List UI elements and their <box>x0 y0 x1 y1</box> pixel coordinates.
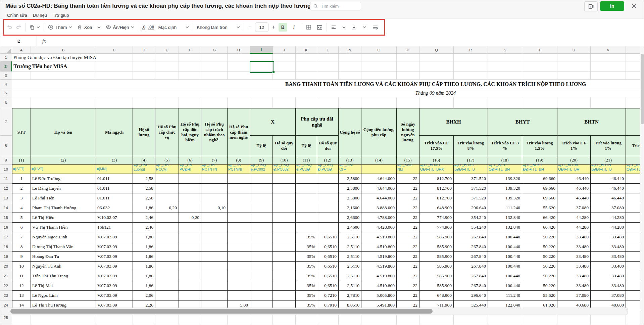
cell-A16[interactable]: 6 <box>12 223 31 232</box>
column-number-cell[interactable]: (9) <box>250 156 273 165</box>
cell-T17[interactable]: 50.220 <box>522 232 557 242</box>
cell-F23[interactable] <box>179 291 201 300</box>
header-cell[interactable]: Hệ số Phụ cấp độc hại, nguy hiểm <box>179 108 201 156</box>
cell-C21[interactable]: V.07.03.09 <box>96 271 133 281</box>
cell-N16[interactable]: 2,4600 <box>339 223 361 232</box>
cell-B19[interactable]: Hoàng Đan Tú <box>31 252 96 262</box>
row-header-12[interactable]: 12 <box>0 184 12 193</box>
increase-decimal-button[interactable]: .00 <box>148 25 154 30</box>
cell-K19[interactable]: 35% <box>296 252 317 262</box>
cell[interactable] <box>397 72 419 80</box>
cell-R23[interactable]: 296.640 <box>454 291 488 300</box>
cell-O11[interactable]: 4.644.000 <box>361 174 397 184</box>
cell-K14[interactable] <box>296 203 317 213</box>
cell[interactable] <box>591 61 626 72</box>
cell-Q13[interactable]: 812.700 <box>419 193 454 203</box>
column-header-L[interactable]: L <box>317 46 339 54</box>
cell-C22[interactable]: V.07.03.09 <box>96 281 133 291</box>
cell[interactable] <box>12 97 31 108</box>
formula-cell[interactable]: =[TL_BHTNQĐ]+[TL_BH <box>557 165 591 174</box>
cell-D12[interactable]: 2,58 <box>133 184 155 193</box>
cell-O16[interactable]: 4.428.000 <box>361 223 397 232</box>
column-header-P[interactable]: P <box>397 46 419 54</box>
cell-V12[interactable]: 46.440 <box>591 184 626 193</box>
cell-V23[interactable]: 37.080 <box>591 291 626 300</box>
cell-J22[interactable] <box>273 281 296 291</box>
menu-edit[interactable]: Chỉnh sửa <box>7 13 27 18</box>
cell-P12[interactable]: 22 <box>397 184 419 193</box>
cell-A14[interactable]: 4 <box>12 203 31 213</box>
cell-N21[interactable]: 2,5110 <box>339 271 361 281</box>
cell-U15[interactable]: 44.280 <box>557 213 591 223</box>
cell-C18[interactable]: V.07.03.09 <box>96 242 133 252</box>
header-cell[interactable]: Cộng tiền lương, phụ cấp <box>361 108 397 156</box>
row-header-19[interactable]: 19 <box>0 252 12 262</box>
cell-B11[interactable]: Lê Đức Trường <box>31 174 96 184</box>
cell-O22[interactable]: 4.519.800 <box>361 281 397 291</box>
cell-V14[interactable]: 37.080 <box>591 203 626 213</box>
search-box[interactable] <box>310 2 361 10</box>
cell-S17[interactable]: 100.440 <box>488 232 522 242</box>
cell-U23[interactable]: 37.080 <box>557 291 591 300</box>
header-group[interactable]: Phụ cấp ưu đãi nghề <box>296 108 339 136</box>
cell-O17[interactable]: 4.519.800 <box>361 232 397 242</box>
cell-P11[interactable]: 22 <box>397 174 419 184</box>
cell-I16[interactable] <box>250 223 273 232</box>
cell[interactable] <box>296 72 317 80</box>
cell[interactable] <box>522 54 557 61</box>
cell-G16[interactable] <box>201 223 228 232</box>
cell-A17[interactable]: 7 <box>12 232 31 242</box>
cell[interactable] <box>96 72 133 80</box>
cell-B15[interactable]: Lê Thị Hiền <box>31 213 96 223</box>
cell[interactable] <box>133 61 155 72</box>
cell-K16[interactable] <box>296 223 317 232</box>
column-header-H[interactable]: H <box>228 46 250 54</box>
formula-input[interactable] <box>46 36 644 46</box>
menu-data[interactable]: Dữ liệu <box>33 13 47 18</box>
cell-N17[interactable]: 2,5110 <box>339 232 361 242</box>
cell[interactable] <box>454 61 488 72</box>
row-header-4[interactable]: 4 <box>0 80 12 89</box>
cell-I15[interactable] <box>250 213 273 223</box>
formula-cell[interactable]: =[L_HSQĐ.PC002 <box>273 165 296 174</box>
header-group[interactable]: BHXH <box>419 108 488 136</box>
cell-A21[interactable]: 11 <box>12 271 31 281</box>
cell-C19[interactable]: V.07.03.09 <box>96 252 133 262</box>
cell-U13[interactable]: 46.440 <box>557 193 591 203</box>
column-header-O[interactable]: O <box>361 46 397 54</box>
cell-V15[interactable]: 44.280 <box>591 213 626 223</box>
header-cell[interactable]: Hệ số Phụ cấp trách nhiệm theo nghề. <box>201 108 228 156</box>
formula-cell[interactable]: =[L_HSLLuong] <box>133 165 155 174</box>
cell-V13[interactable]: 46.440 <box>591 193 626 203</box>
cell-C23[interactable]: V.07.03.09 <box>96 291 133 300</box>
cell-S19[interactable]: 100.440 <box>488 252 522 262</box>
cell[interactable] <box>419 72 454 80</box>
cell-U17[interactable]: 33.480 <box>557 232 591 242</box>
row-header-13[interactable]: 13 <box>0 193 12 203</box>
cell-U20[interactable]: 33.480 <box>557 262 591 271</box>
cell[interactable] <box>155 72 179 80</box>
cell[interactable] <box>179 97 201 108</box>
cell[interactable] <box>12 89 644 97</box>
cell-F20[interactable] <box>179 262 201 271</box>
column-number-cell[interactable]: (4) <box>133 156 155 165</box>
cell-H20[interactable] <box>228 262 250 271</box>
cell-Q17[interactable]: 585.900 <box>419 232 454 242</box>
column-number-cell[interactable]: (20) <box>557 156 591 165</box>
cell-F11[interactable] <box>179 174 201 184</box>
cell-N12[interactable]: 2,5800 <box>339 184 361 193</box>
cell-V18[interactable]: 33.480 <box>591 242 626 252</box>
cell-O13[interactable]: 4.644.000 <box>361 193 397 203</box>
cell-Q16[interactable]: 774.900 <box>419 223 454 232</box>
cell-K23[interactable]: 35% <box>296 291 317 300</box>
cell-I11[interactable] <box>250 174 273 184</box>
add-button[interactable]: Thêm <box>48 24 72 30</box>
column-number-cell[interactable]: (17) <box>454 156 488 165</box>
column-header-I[interactable]: I <box>250 46 273 54</box>
cell-H14[interactable] <box>228 203 250 213</box>
cell-V20[interactable]: 33.480 <box>591 262 626 271</box>
cell-S15[interactable]: 132.840 <box>488 213 522 223</box>
cell-J17[interactable] <box>273 232 296 242</box>
cell[interactable] <box>96 97 133 108</box>
cell-H17[interactable] <box>228 232 250 242</box>
